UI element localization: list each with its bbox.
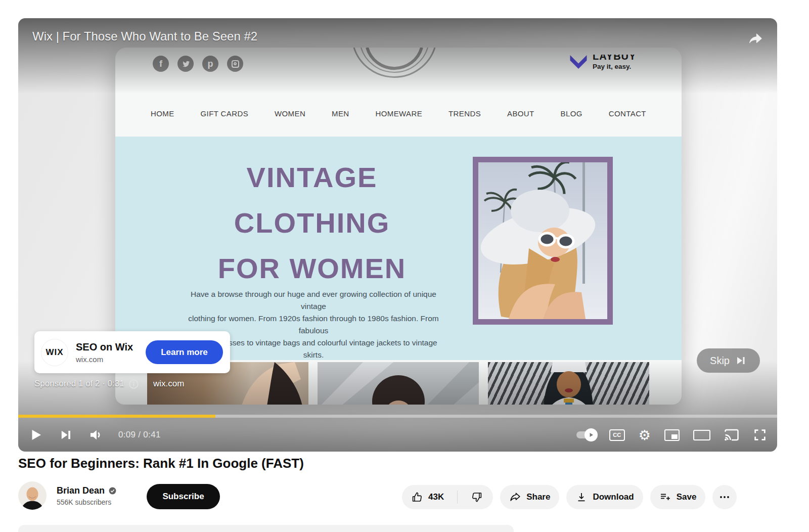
thumb-up-icon [411, 491, 423, 503]
skip-next-icon [735, 354, 747, 367]
sponsored-row: Sponsored 1 of 2 · 0:31 [34, 379, 139, 389]
nav-item-about: ABOUT [507, 109, 534, 118]
twitter-icon [177, 56, 194, 72]
next-icon [59, 428, 73, 442]
progress-played [18, 415, 215, 418]
save-label: Save [677, 492, 697, 502]
nav-item-gift-cards: GIFT CARDS [201, 109, 249, 118]
share-label: Share [526, 492, 550, 502]
nav-item-blog: BLOG [561, 109, 582, 118]
like-dislike-pill: 43K [402, 485, 493, 509]
download-label: Download [593, 492, 634, 502]
autoplay-toggle[interactable] [576, 431, 596, 438]
learn-more-button[interactable]: Learn more [146, 340, 223, 364]
cast-icon [724, 427, 739, 442]
thumb-down-icon [471, 491, 483, 503]
share-arrow-icon[interactable] [746, 29, 764, 47]
channel-row: Brian Dean 556K subscribers [18, 481, 116, 510]
youtube-watch-page: f p LAYBUY Pay it, easy. [0, 0, 809, 532]
fullscreen-button[interactable] [753, 428, 767, 442]
share-button[interactable]: Share [500, 485, 559, 509]
subscriber-count: 556K subscribers [57, 498, 116, 506]
pinterest-icon: p [202, 56, 218, 72]
hero-title-line-3: FOR WOMEN [160, 246, 464, 291]
more-actions-button[interactable] [712, 485, 737, 509]
subtitles-button[interactable]: CC [609, 429, 625, 441]
nav-item-contact: CONTACT [609, 109, 646, 118]
laybuy-logo: LAYBUY Pay it, easy. [569, 55, 636, 71]
cc-icon: CC [609, 429, 625, 441]
play-icon [28, 427, 43, 442]
subscribe-button[interactable]: Subscribe [147, 484, 220, 509]
ad-site-nav: HOME GIFT CARDS WOMEN MEN HOMEWARE TREND… [151, 109, 646, 118]
settings-button[interactable]: ⚙ [639, 428, 651, 442]
like-dislike-divider [457, 491, 458, 504]
ad-thumbnail-3 [488, 362, 649, 405]
dislike-button[interactable] [463, 485, 493, 509]
facebook-icon: f [153, 56, 169, 72]
miniplayer-button[interactable] [664, 429, 680, 441]
play-button[interactable] [28, 427, 43, 442]
fullscreen-icon [753, 428, 767, 442]
share-icon [509, 491, 521, 503]
nav-item-trends: TRENDS [448, 109, 481, 118]
sponsored-text: Sponsored 1 of 2 · 0:31 [34, 379, 124, 389]
verified-badge-icon [109, 487, 116, 495]
hero-title-line-2: CLOTHING [160, 200, 464, 246]
more-dots-icon [718, 491, 731, 503]
laybuy-tagline: Pay it, easy. [593, 63, 636, 70]
like-button[interactable]: 43K [402, 485, 452, 509]
description-box-peek[interactable] [18, 525, 514, 532]
save-playlist-icon [659, 491, 671, 503]
hero-title: VINTAGE CLOTHING FOR WOMEN [160, 155, 464, 291]
nav-item-homeware: HOMEWARE [375, 109, 422, 118]
ad-card-title[interactable]: SEO on Wix [76, 341, 146, 353]
autoplay-play-icon [588, 432, 594, 438]
instagram-icon [227, 56, 243, 72]
skip-ad-button[interactable]: Skip [697, 348, 760, 373]
player-controls: 0:09 / 0:41 CC ⚙ [18, 422, 777, 448]
gear-icon: ⚙ [639, 428, 651, 442]
progress-bar[interactable] [18, 415, 777, 418]
actions-row: 43K Share Download [402, 485, 737, 509]
wix-logo[interactable]: WIX [41, 339, 68, 366]
cast-button[interactable] [724, 427, 739, 442]
hero-title-line-1: VINTAGE [160, 155, 464, 200]
time-display: 0:09 / 0:41 [118, 430, 161, 440]
ad-site-logo-arcs [350, 48, 439, 90]
ad-info-card: WIX SEO on Wix wix.com Learn more [34, 331, 230, 373]
volume-icon [88, 427, 103, 442]
ad-social-icons: f p [153, 56, 243, 72]
ad-thumbnail-2 [318, 362, 479, 405]
video-player[interactable]: f p LAYBUY Pay it, easy. [18, 18, 777, 452]
miniplayer-icon [664, 429, 680, 441]
skip-label: Skip [710, 355, 730, 367]
next-button[interactable] [59, 428, 73, 442]
ad-site-link[interactable]: wix.com [153, 379, 184, 389]
nav-item-women: WOMEN [275, 109, 305, 118]
download-icon [575, 491, 588, 503]
channel-name[interactable]: Brian Dean [57, 485, 105, 496]
hero-photo-woman-hat [473, 157, 613, 325]
download-button[interactable]: Download [566, 485, 643, 509]
nav-item-home: HOME [151, 109, 174, 118]
nav-item-men: MEN [332, 109, 349, 118]
save-button[interactable]: Save [650, 485, 706, 509]
hero-paragraph-line-1: Have a browse through our huge and ever … [180, 288, 447, 313]
laybuy-chevron-icon [569, 55, 588, 71]
channel-avatar[interactable] [18, 481, 47, 510]
volume-button[interactable] [88, 427, 103, 442]
ad-card-url: wix.com [76, 355, 146, 364]
laybuy-brand-text: LAYBUY [593, 55, 636, 62]
theater-icon [693, 430, 710, 440]
video-title: SEO for Beginners: Rank #1 In Google (FA… [18, 456, 304, 471]
hero-section: VINTAGE CLOTHING FOR WOMEN Have a browse… [115, 137, 682, 360]
ad-title-link[interactable]: Wix | For Those Who Want to Be Seen #2 [32, 29, 257, 43]
theater-mode-button[interactable] [693, 430, 710, 440]
info-icon[interactable] [129, 379, 139, 389]
like-count: 43K [428, 492, 444, 502]
